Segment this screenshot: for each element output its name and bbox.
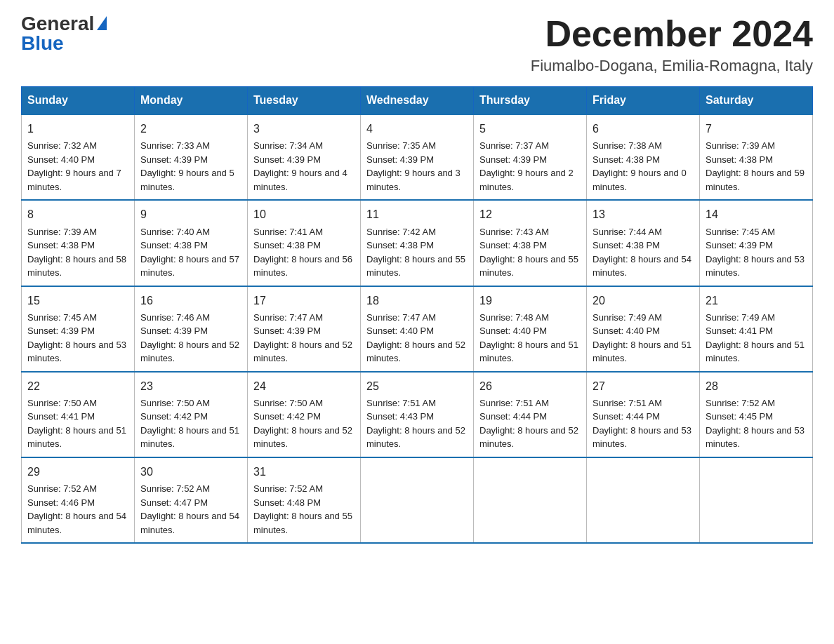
logo-blue-text: Blue [21,34,64,53]
day-info: Sunrise: 7:45 AMSunset: 4:39 PMDaylight:… [27,311,128,365]
calendar-header-thursday: Thursday [474,87,587,115]
day-info: Sunrise: 7:50 AMSunset: 4:42 PMDaylight:… [140,396,241,451]
day-info: Sunrise: 7:35 AMSunset: 4:39 PMDaylight:… [366,139,468,194]
calendar-cell: 6Sunrise: 7:38 AMSunset: 4:38 PMDaylight… [587,114,700,200]
calendar-cell: 14Sunrise: 7:45 AMSunset: 4:39 PMDayligh… [700,200,813,286]
calendar-cell: 15Sunrise: 7:45 AMSunset: 4:39 PMDayligh… [22,286,135,372]
day-info: Sunrise: 7:51 AMSunset: 4:43 PMDaylight:… [366,396,468,451]
calendar-cell: 1Sunrise: 7:32 AMSunset: 4:40 PMDaylight… [22,114,135,200]
calendar-header-row: SundayMondayTuesdayWednesdayThursdayFrid… [22,87,813,115]
day-info: Sunrise: 7:34 AMSunset: 4:39 PMDaylight:… [253,139,355,194]
logo-general-text: General [21,14,94,34]
calendar-cell: 2Sunrise: 7:33 AMSunset: 4:39 PMDaylight… [135,114,248,200]
day-number: 8 [27,206,128,222]
calendar-cell: 3Sunrise: 7:34 AMSunset: 4:39 PMDaylight… [248,114,361,200]
calendar-cell: 19Sunrise: 7:48 AMSunset: 4:40 PMDayligh… [474,286,587,372]
calendar-cell: 22Sunrise: 7:50 AMSunset: 4:41 PMDayligh… [22,372,135,457]
day-number: 5 [479,121,581,137]
day-number: 10 [253,206,355,222]
page-header: General Blue December 2024 Fiumalbo-Doga… [21,14,813,75]
calendar-header-monday: Monday [135,87,248,115]
day-number: 31 [253,464,355,480]
day-number: 13 [593,206,694,222]
day-info: Sunrise: 7:50 AMSunset: 4:42 PMDaylight:… [253,396,355,451]
month-year-title: December 2024 [531,14,813,54]
calendar-cell [700,457,813,543]
calendar-cell: 23Sunrise: 7:50 AMSunset: 4:42 PMDayligh… [135,372,248,457]
day-info: Sunrise: 7:40 AMSunset: 4:38 PMDaylight:… [140,225,241,280]
calendar-cell: 17Sunrise: 7:47 AMSunset: 4:39 PMDayligh… [248,286,361,372]
day-info: Sunrise: 7:48 AMSunset: 4:40 PMDaylight:… [479,311,581,365]
logo: General Blue [21,14,107,53]
day-info: Sunrise: 7:52 AMSunset: 4:46 PMDaylight:… [27,482,128,537]
calendar-cell: 24Sunrise: 7:50 AMSunset: 4:42 PMDayligh… [248,372,361,457]
day-number: 9 [140,206,241,222]
day-number: 27 [593,378,694,394]
day-info: Sunrise: 7:32 AMSunset: 4:40 PMDaylight:… [27,139,128,194]
day-number: 28 [706,378,807,394]
day-info: Sunrise: 7:50 AMSunset: 4:41 PMDaylight:… [27,396,128,451]
day-info: Sunrise: 7:52 AMSunset: 4:45 PMDaylight:… [706,396,807,451]
calendar-cell: 11Sunrise: 7:42 AMSunset: 4:38 PMDayligh… [361,200,474,286]
day-info: Sunrise: 7:51 AMSunset: 4:44 PMDaylight:… [479,396,581,451]
day-number: 24 [253,378,355,394]
day-info: Sunrise: 7:49 AMSunset: 4:40 PMDaylight:… [593,311,694,365]
day-number: 6 [593,121,694,137]
day-number: 30 [140,464,241,480]
calendar-cell: 30Sunrise: 7:52 AMSunset: 4:47 PMDayligh… [135,457,248,543]
calendar-cell: 26Sunrise: 7:51 AMSunset: 4:44 PMDayligh… [474,372,587,457]
calendar-week-row: 29Sunrise: 7:52 AMSunset: 4:46 PMDayligh… [22,457,813,543]
day-number: 14 [706,206,807,222]
logo-triangle-icon [97,16,107,30]
calendar-cell: 9Sunrise: 7:40 AMSunset: 4:38 PMDaylight… [135,200,248,286]
calendar-week-row: 1Sunrise: 7:32 AMSunset: 4:40 PMDaylight… [22,114,813,200]
day-number: 19 [479,293,581,309]
day-info: Sunrise: 7:33 AMSunset: 4:39 PMDaylight:… [140,139,241,194]
day-number: 23 [140,378,241,394]
calendar-cell: 29Sunrise: 7:52 AMSunset: 4:46 PMDayligh… [22,457,135,543]
day-number: 4 [366,121,468,137]
calendar-week-row: 22Sunrise: 7:50 AMSunset: 4:41 PMDayligh… [22,372,813,457]
day-number: 15 [27,293,128,309]
calendar-cell: 21Sunrise: 7:49 AMSunset: 4:41 PMDayligh… [700,286,813,372]
calendar-cell: 7Sunrise: 7:39 AMSunset: 4:38 PMDaylight… [700,114,813,200]
day-number: 11 [366,206,468,222]
day-info: Sunrise: 7:43 AMSunset: 4:38 PMDaylight:… [479,225,581,280]
day-number: 25 [366,378,468,394]
calendar-cell: 31Sunrise: 7:52 AMSunset: 4:48 PMDayligh… [248,457,361,543]
day-info: Sunrise: 7:46 AMSunset: 4:39 PMDaylight:… [140,311,241,365]
calendar-table: SundayMondayTuesdayWednesdayThursdayFrid… [21,86,813,544]
day-number: 17 [253,293,355,309]
calendar-cell: 25Sunrise: 7:51 AMSunset: 4:43 PMDayligh… [361,372,474,457]
calendar-cell: 28Sunrise: 7:52 AMSunset: 4:45 PMDayligh… [700,372,813,457]
day-number: 7 [706,121,807,137]
day-number: 26 [479,378,581,394]
day-info: Sunrise: 7:51 AMSunset: 4:44 PMDaylight:… [593,396,694,451]
day-info: Sunrise: 7:38 AMSunset: 4:38 PMDaylight:… [593,139,694,194]
day-number: 16 [140,293,241,309]
title-block: December 2024 Fiumalbo-Dogana, Emilia-Ro… [531,14,813,75]
calendar-header-tuesday: Tuesday [248,87,361,115]
calendar-cell: 20Sunrise: 7:49 AMSunset: 4:40 PMDayligh… [587,286,700,372]
day-info: Sunrise: 7:37 AMSunset: 4:39 PMDaylight:… [479,139,581,194]
calendar-week-row: 8Sunrise: 7:39 AMSunset: 4:38 PMDaylight… [22,200,813,286]
calendar-header-friday: Friday [587,87,700,115]
day-info: Sunrise: 7:47 AMSunset: 4:40 PMDaylight:… [366,311,468,365]
day-number: 12 [479,206,581,222]
day-info: Sunrise: 7:41 AMSunset: 4:38 PMDaylight:… [253,225,355,280]
calendar-cell: 13Sunrise: 7:44 AMSunset: 4:38 PMDayligh… [587,200,700,286]
day-number: 1 [27,121,128,137]
calendar-cell: 12Sunrise: 7:43 AMSunset: 4:38 PMDayligh… [474,200,587,286]
calendar-cell: 5Sunrise: 7:37 AMSunset: 4:39 PMDaylight… [474,114,587,200]
day-number: 18 [366,293,468,309]
calendar-cell [361,457,474,543]
calendar-cell [474,457,587,543]
calendar-cell: 10Sunrise: 7:41 AMSunset: 4:38 PMDayligh… [248,200,361,286]
calendar-header-sunday: Sunday [22,87,135,115]
calendar-cell: 27Sunrise: 7:51 AMSunset: 4:44 PMDayligh… [587,372,700,457]
day-number: 2 [140,121,241,137]
day-number: 20 [593,293,694,309]
day-number: 21 [706,293,807,309]
day-info: Sunrise: 7:52 AMSunset: 4:47 PMDaylight:… [140,482,241,537]
day-info: Sunrise: 7:52 AMSunset: 4:48 PMDaylight:… [253,482,355,537]
